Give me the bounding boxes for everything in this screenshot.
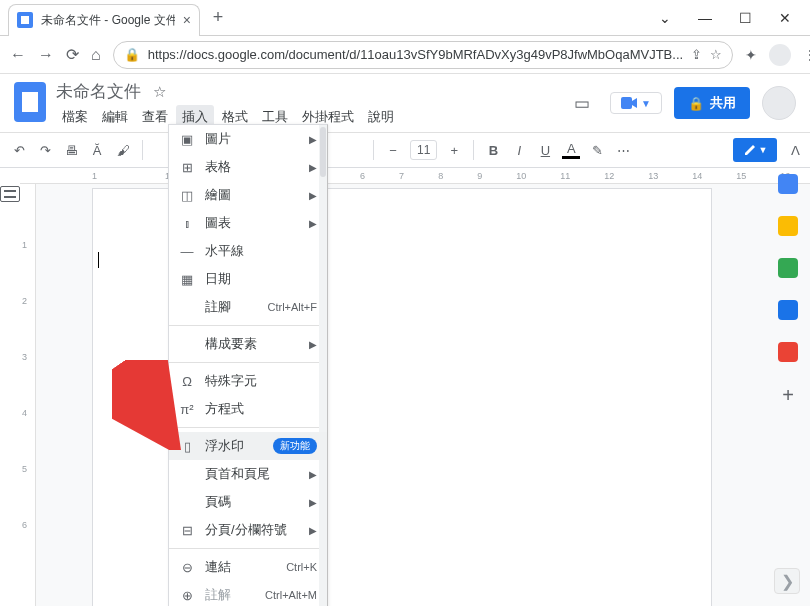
more-tools-icon[interactable]: ⋯ (614, 143, 632, 158)
menu-item-圖表[interactable]: ⫾圖表▶ (169, 209, 327, 237)
submenu-arrow-icon: ▶ (309, 190, 317, 201)
share-label: 共用 (710, 94, 736, 112)
lock-share-icon: 🔒 (688, 96, 704, 111)
menu-item-方程式[interactable]: π²方程式 (169, 395, 327, 423)
side-app-icon-1[interactable] (778, 216, 798, 236)
forward-icon[interactable]: → (38, 46, 54, 64)
vertical-ruler[interactable]: 123456 (20, 184, 36, 606)
tab-title: 未命名文件 - Google 文件 (41, 12, 175, 29)
print-icon[interactable]: 🖶 (62, 143, 80, 158)
menu-item-圖片[interactable]: ▣圖片▶ (169, 125, 327, 153)
side-app-icon-3[interactable] (778, 300, 798, 320)
menu-item-日期[interactable]: ▦日期 (169, 265, 327, 293)
menu-item-頁首和頁尾[interactable]: 頁首和頁尾▶ (169, 460, 327, 488)
annotation-arrow (112, 360, 182, 450)
close-window-icon[interactable]: ✕ (778, 10, 792, 26)
text-cursor (98, 252, 99, 268)
outline-toggle-icon[interactable] (0, 186, 20, 202)
side-app-icon-0[interactable] (778, 174, 798, 194)
side-panel: + (766, 168, 810, 407)
doc-title[interactable]: 未命名文件 (56, 80, 141, 103)
side-app-icon-2[interactable] (778, 258, 798, 278)
collapse-toolbar-icon[interactable]: ᐱ (791, 143, 800, 158)
menu-item-連結[interactable]: ⊖連結Ctrl+K (169, 553, 327, 581)
profile-icon[interactable] (769, 44, 791, 66)
bold-icon[interactable]: B (484, 143, 502, 158)
menu-item-繪圖[interactable]: ◫繪圖▶ (169, 181, 327, 209)
menu-icon[interactable]: ⋮ (803, 47, 810, 63)
table-icon: ⊞ (179, 160, 195, 175)
image-icon: ▣ (179, 132, 195, 147)
link-icon: ⊖ (179, 560, 195, 575)
side-app-icon-4[interactable] (778, 342, 798, 362)
hr-icon: — (179, 244, 195, 259)
browser-nav-bar: ← → ⟳ ⌂ 🔒 https://docs.google.com/docume… (0, 36, 810, 74)
font-size-input[interactable]: 11 (410, 140, 437, 160)
menu-item-分頁/分欄符號[interactable]: ⊟分頁/分欄符號▶ (169, 516, 327, 544)
menu-edit[interactable]: 編輯 (96, 105, 134, 129)
menu-item-特殊字元[interactable]: Ω特殊字元 (169, 367, 327, 395)
menu-item-水平線[interactable]: —水平線 (169, 237, 327, 265)
back-icon[interactable]: ← (10, 46, 26, 64)
star-icon[interactable]: ☆ (153, 83, 166, 101)
underline-icon[interactable]: U (536, 143, 554, 158)
docs-logo-icon[interactable] (14, 82, 46, 122)
window-controls: ⌄ — ☐ ✕ (658, 10, 810, 26)
submenu-arrow-icon: ▶ (309, 525, 317, 536)
menu-item-頁碼[interactable]: 頁碼▶ (169, 488, 327, 516)
font-size-minus[interactable]: − (384, 143, 402, 158)
pencil-icon (743, 143, 757, 157)
star-url-icon[interactable]: ☆ (710, 47, 722, 62)
comment-icon: ⊕ (179, 588, 195, 603)
insert-dropdown: ▣圖片▶⊞表格▶◫繪圖▶⫾圖表▶—水平線▦日期註腳Ctrl+Alt+F構成要素▶… (168, 124, 328, 606)
expand-side-panel-icon[interactable]: ❯ (774, 568, 800, 594)
chart-icon: ⫾ (179, 216, 195, 231)
extensions-icon[interactable]: ✦ (745, 47, 757, 63)
menu-item-表格[interactable]: ⊞表格▶ (169, 153, 327, 181)
submenu-arrow-icon: ▶ (309, 469, 317, 480)
pagebreak-icon: ⊟ (179, 523, 195, 538)
home-icon[interactable]: ⌂ (91, 46, 101, 64)
lock-icon: 🔒 (124, 47, 140, 62)
account-avatar[interactable] (762, 86, 796, 120)
submenu-arrow-icon: ▶ (309, 339, 317, 350)
menu-item-註解: ⊕註解Ctrl+Alt+M (169, 581, 327, 606)
browser-tab[interactable]: 未命名文件 - Google 文件 × (8, 4, 200, 36)
browser-tab-strip: 未命名文件 - Google 文件 × + ⌄ — ☐ ✕ (0, 0, 810, 36)
toolbar: ↶ ↷ 🖶 Ă 🖌 − 11 + B I U A ✎ ⋯ ▼ ᐱ (0, 132, 810, 168)
submenu-arrow-icon: ▶ (309, 218, 317, 229)
italic-icon[interactable]: I (510, 143, 528, 158)
edit-mode-button[interactable]: ▼ (733, 138, 777, 162)
address-bar[interactable]: 🔒 https://docs.google.com/document/d/11o… (113, 41, 733, 69)
video-icon (621, 97, 637, 109)
menu-help[interactable]: 說明 (362, 105, 400, 129)
draw-icon: ◫ (179, 188, 195, 203)
close-tab-icon[interactable]: × (183, 12, 191, 28)
new-tab-button[interactable]: + (204, 7, 232, 28)
redo-icon[interactable]: ↷ (36, 143, 54, 158)
share-url-icon[interactable]: ⇪ (691, 47, 702, 62)
menu-item-浮水印[interactable]: ▯浮水印新功能 (169, 432, 327, 460)
add-side-app-icon[interactable]: + (782, 384, 794, 407)
share-button[interactable]: 🔒 共用 (674, 87, 750, 119)
highlight-icon[interactable]: ✎ (588, 143, 606, 158)
comments-icon[interactable]: ▭ (566, 87, 598, 119)
minimize-icon[interactable]: — (698, 10, 712, 26)
font-size-plus[interactable]: + (445, 143, 463, 158)
reload-icon[interactable]: ⟳ (66, 45, 79, 64)
svg-rect-0 (621, 97, 632, 109)
submenu-arrow-icon: ▶ (309, 134, 317, 145)
chevron-down-icon[interactable]: ⌄ (658, 10, 672, 26)
undo-icon[interactable]: ↶ (10, 143, 28, 158)
menu-item-構成要素[interactable]: 構成要素▶ (169, 330, 327, 358)
date-icon: ▦ (179, 272, 195, 287)
submenu-arrow-icon: ▶ (309, 497, 317, 508)
menu-item-註腳[interactable]: 註腳Ctrl+Alt+F (169, 293, 327, 321)
text-color-icon[interactable]: A (562, 141, 580, 159)
maximize-icon[interactable]: ☐ (738, 10, 752, 26)
paint-format-icon[interactable]: 🖌 (114, 143, 132, 158)
meet-button[interactable]: ▼ (610, 92, 662, 114)
spellcheck-icon[interactable]: Ă (88, 143, 106, 158)
horizontal-ruler[interactable]: 1123456789101112131415161718 (20, 168, 810, 184)
menu-file[interactable]: 檔案 (56, 105, 94, 129)
